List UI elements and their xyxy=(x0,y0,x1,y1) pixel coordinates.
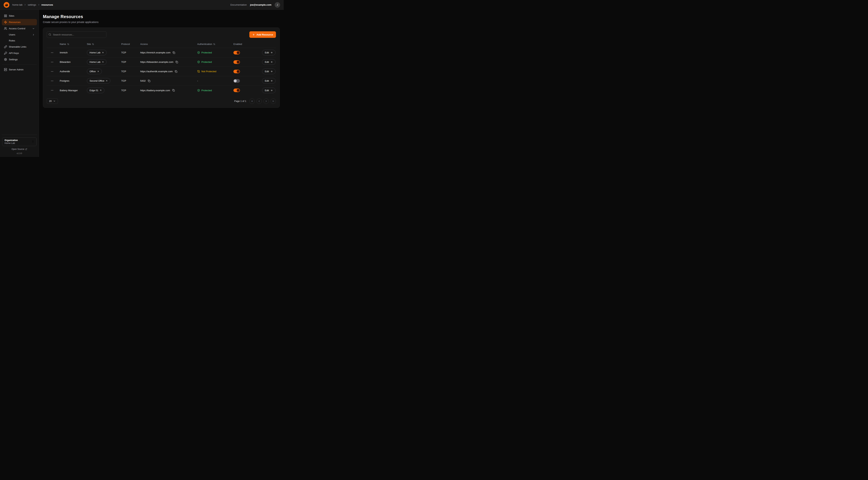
enabled-toggle[interactable] xyxy=(234,60,240,64)
chevrons-right-icon xyxy=(272,100,275,102)
edit-label: Edit xyxy=(265,70,269,73)
table-header: Name Site Protocol Access Authenticati xyxy=(47,40,276,48)
edit-button[interactable]: Edit xyxy=(262,78,276,84)
next-page-button[interactable] xyxy=(264,98,269,104)
breadcrumb: home-lab settings resources xyxy=(12,3,53,6)
edit-button[interactable]: Edit xyxy=(262,50,276,55)
add-resource-label: Add Resource xyxy=(256,33,273,36)
copy-button[interactable] xyxy=(172,89,175,92)
organization-picker[interactable]: Organization Home Lab xyxy=(2,138,36,146)
open-source-link[interactable]: Open Source xyxy=(2,148,36,150)
ellipsis-icon xyxy=(51,89,54,92)
arrow-up-right-icon xyxy=(97,70,99,72)
column-header-name[interactable]: Name xyxy=(58,43,85,46)
arrow-right-icon xyxy=(270,51,273,54)
site-name: Edge 01 xyxy=(90,89,98,92)
sidebar-bottom: Organization Home Lab Open Source v1.3.0 xyxy=(2,134,37,154)
enabled-toggle[interactable] xyxy=(234,89,240,92)
app-logo[interactable] xyxy=(4,2,9,8)
breadcrumb-resources: resources xyxy=(41,3,53,6)
ellipsis-icon xyxy=(51,70,54,73)
edit-button[interactable]: Edit xyxy=(262,59,276,65)
toggle-knob xyxy=(234,80,237,82)
sidebar-item-shareable-links[interactable]: Shareable Links xyxy=(2,43,37,50)
previous-page-button[interactable] xyxy=(256,98,262,104)
chevron-right-icon xyxy=(24,4,26,6)
site-link[interactable]: Second Office xyxy=(87,78,111,84)
sidebar-item-access-control[interactable]: Access Control xyxy=(2,25,37,32)
sidebar-item-server-admin[interactable]: Server Admin xyxy=(2,66,37,73)
search-input[interactable] xyxy=(47,31,106,38)
page-size-select[interactable]: 20 xyxy=(47,98,58,104)
avatar[interactable]: J xyxy=(275,2,280,8)
column-header-enabled: Enabled xyxy=(232,43,256,46)
arrow-right-icon xyxy=(270,89,273,92)
resource-access: https://bitwarden.example.com xyxy=(140,61,173,63)
site-link[interactable]: Edge 01 xyxy=(87,88,104,93)
sort-icon xyxy=(213,43,215,45)
enabled-toggle[interactable] xyxy=(234,51,240,55)
resource-name: Bitwarden xyxy=(58,61,85,63)
column-header-authentication[interactable]: Authentication xyxy=(196,43,232,46)
edit-button[interactable]: Edit xyxy=(262,69,276,74)
edit-label: Edit xyxy=(265,51,269,54)
enabled-toggle[interactable] xyxy=(234,70,240,73)
pagination: Page 1 of 1 xyxy=(234,98,276,104)
documentation-link[interactable]: Documentation xyxy=(230,3,247,6)
avatar-initial: J xyxy=(277,3,278,6)
breadcrumb-settings[interactable]: settings xyxy=(28,3,36,6)
last-page-button[interactable] xyxy=(271,98,276,104)
site-name: Office xyxy=(90,70,96,73)
auth-status-protected: Protected xyxy=(197,89,212,92)
resource-access: https://immich.example.com xyxy=(140,51,170,54)
gear-icon xyxy=(4,58,7,61)
auth-status-none: - xyxy=(197,80,198,82)
page-size-value: 20 xyxy=(49,100,52,102)
site-link[interactable]: Home Lab xyxy=(87,59,106,65)
copy-icon xyxy=(176,61,178,63)
site-link[interactable]: Office xyxy=(87,69,102,74)
sidebar-item-api-keys[interactable]: API Keys xyxy=(2,50,37,56)
sidebar: Sites Resources Access Control Users xyxy=(0,10,39,157)
plus-icon xyxy=(252,33,255,36)
sidebar-item-users[interactable]: Users xyxy=(2,32,37,38)
site-name: Home Lab xyxy=(90,61,100,63)
row-menu-button[interactable] xyxy=(50,69,54,74)
arrow-right-icon xyxy=(270,80,273,82)
topbar: home-lab settings resources Documentatio… xyxy=(0,0,284,10)
sidebar-item-settings[interactable]: Settings xyxy=(2,56,37,63)
breadcrumb-home-lab[interactable]: home-lab xyxy=(12,3,23,6)
copy-button[interactable] xyxy=(175,60,178,64)
row-menu-button[interactable] xyxy=(50,60,54,64)
app-version: v1.3.0 xyxy=(2,152,36,154)
copy-button[interactable] xyxy=(175,70,178,73)
chevron-down-icon xyxy=(32,27,35,30)
sidebar-item-label: Shareable Links xyxy=(9,46,26,48)
resource-name: Immich xyxy=(58,51,85,54)
row-menu-button[interactable] xyxy=(50,88,54,92)
resource-name: Authentik xyxy=(58,70,85,73)
column-header-site[interactable]: Site xyxy=(85,43,120,46)
sidebar-item-resources[interactable]: Resources xyxy=(2,19,37,25)
first-page-button[interactable] xyxy=(249,98,255,104)
key-icon xyxy=(4,52,7,55)
resources-card: Add Resource Name Site Protocol xyxy=(43,28,280,108)
table-body: Immich Home Lab TCP https://immich.examp… xyxy=(47,48,276,95)
resource-protocol: TCP xyxy=(120,51,139,54)
add-resource-button[interactable]: Add Resource xyxy=(249,31,276,38)
organization-picker-value: Home Lab xyxy=(4,142,18,144)
site-link[interactable]: Home Lab xyxy=(87,50,106,55)
resource-protocol: TCP xyxy=(120,89,139,92)
enabled-toggle[interactable] xyxy=(234,79,240,83)
copy-button[interactable] xyxy=(172,51,176,54)
auth-status-label: Protected xyxy=(202,61,212,63)
sidebar-item-sites[interactable]: Sites xyxy=(2,13,37,19)
row-menu-button[interactable] xyxy=(50,79,54,83)
sidebar-item-roles[interactable]: Roles xyxy=(2,38,37,43)
row-menu-button[interactable] xyxy=(50,51,54,55)
column-header-protocol: Protocol xyxy=(120,43,139,46)
resource-name: Postgres xyxy=(58,80,85,82)
site-name: Home Lab xyxy=(90,51,100,54)
copy-button[interactable] xyxy=(148,79,151,83)
edit-button[interactable]: Edit xyxy=(262,88,276,93)
